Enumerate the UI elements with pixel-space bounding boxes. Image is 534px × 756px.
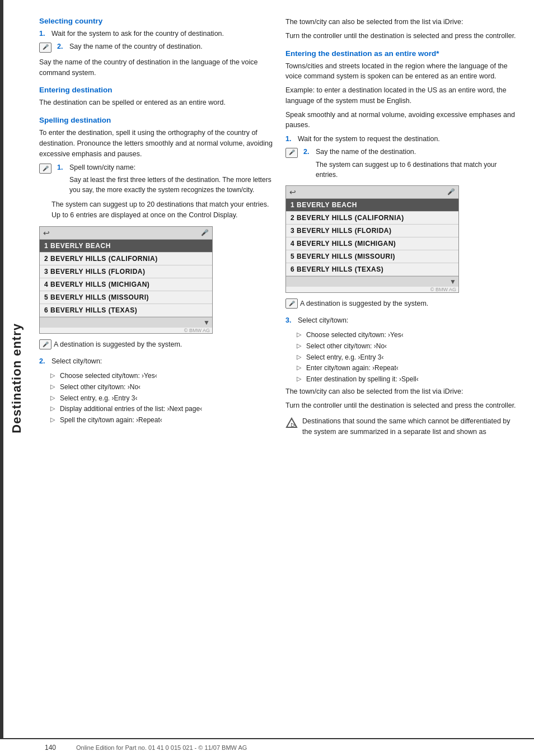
list-item: 3. Select city/town: [285,315,521,326]
sub-list-item: ▷Select entry, e.g. ›Entry 3‹ [50,394,274,403]
sidebar: Destination entry [0,0,34,756]
sub-list-item: ▷Choose selected city/town: ›Yes‹ [297,330,521,340]
nav-right-item-2: 2 BEVERLY HILLS (CALIFORNIA) [286,212,458,225]
voice-icon [39,164,51,174]
list-num: 3. [285,315,296,326]
list-item: 2. Select city/town: [39,356,274,367]
arrow-icon: ▷ [297,330,303,339]
voice-icon-cell [39,41,55,53]
arrow-icon: ▷ [297,375,303,383]
nav-right-item-4: 4 BEVERLY HILLS (MICHIGAN) [286,237,458,250]
entering-destination-para: The destination can be spelled or entere… [39,97,274,108]
spelling-destination-para: To enter the destination, spell it using… [39,128,274,159]
entire-word-p2: Example: to enter a destination located … [285,85,521,106]
nav-display-left: ↩ 🎤 1 BEVERLY BEACH 2 BEVERLY HILLS (CAL… [39,226,213,334]
sub-list-left: ▷Choose selected city/town: ›Yes‹ ▷Selec… [50,371,274,425]
right-intro-p2: Turn the controller until the destinatio… [285,31,521,41]
footer-page: 140 [45,744,67,752]
list-num: 2. [39,356,49,367]
nav-display-right: ↩ 🎤 1 BEVERLY BEACH 2 BEVERLY HILLS (CAL… [285,185,459,293]
spelling-note: The system can suggest up to 20 destinat… [51,199,274,221]
arrow-icon: ▷ [50,416,57,424]
list-num: 1. [57,162,67,173]
sub-list-right: ▷Choose selected city/town: ›Yes‹ ▷Selec… [297,330,521,384]
arrow-icon: ▷ [50,394,57,402]
voice-icon [285,298,298,309]
note-box: ▷ Destinations that sound the same which… [285,416,521,441]
voice-btn-icon: 🎤 [201,229,209,236]
voice-icon [285,148,298,158]
sub-list-item: ▷Spell the city/town again: ›Repeat‹ [50,416,274,425]
voice-icon [39,43,51,53]
voice-icon-cell [285,298,298,309]
destination-suggested-note-right: A destination is suggested by the system… [285,298,521,312]
list-text: Wait for the system to request the desti… [298,134,521,144]
selecting-country-title: Selecting country [39,17,274,25]
spelling-destination-title: Spelling destination [39,116,274,124]
list-num: 1. [285,134,296,144]
voice-icon-cell [39,162,55,174]
entering-destination-title: Entering destination [39,86,274,94]
spelling-note-text: The system can suggest up to 20 destinat… [51,199,274,221]
arrow-icon: ▷ [50,382,57,391]
nav-list-item-4: 4 BEVERLY HILLS (MICHIGAN) [40,278,212,291]
voice-icon-cell [39,339,51,349]
right-outro-p1: The town/city can also be selected from … [285,386,521,397]
back-arrow-icon: ↩ [43,228,50,237]
list-num: 1. [39,29,49,39]
list-text: Select city/town: [298,315,521,326]
footer: 140 Online Edition for Part no. 01 41 0 … [0,738,534,756]
footer-text: Online Edition for Part no. 01 41 0 015 … [76,744,247,751]
nav-list-item-5: 5 BEVERLY HILLS (MISSOURI) [40,291,212,304]
list-item: 2. Say the name of the country of destin… [39,41,274,53]
nav-header-right: ↩ 🎤 [286,186,458,199]
scroll-down-icon: ▼ [203,319,210,326]
img-label-right: © BMW AG [286,287,458,292]
nav-footer: ▼ [40,317,212,328]
destination-suggested-text: A destination is suggested by the system… [54,339,182,350]
nav-list-item-2: 2 BEVERLY HILLS (CALIFORNIA) [40,253,212,265]
sub-list-item: ▷Select entry, e.g. ›Entry 3‹ [297,353,521,362]
nav-right-item-5: 5 BEVERLY HILLS (MISSOURI) [286,250,458,263]
entire-word-p1: Towns/cities and streets located in the … [285,61,521,82]
list-text: Spell town/city name: Say at least the f… [69,162,274,195]
nav-right-item-6: 6 BEVERLY HILLS (TEXAS) [286,263,458,276]
right-outro-p2: Turn the controller until the destinatio… [285,400,521,411]
select-city-list-right: 3. Select city/town: [285,315,521,326]
sub-list-item: ▷Choose selected city/town: ›Yes‹ [50,371,274,381]
nav-right-item-1: 1 BEVERLY BEACH [286,199,458,212]
entering-entire-word-title: Entering the destination as an entire wo… [285,49,521,58]
nav-list-item-3: 3 BEVERLY HILLS (FLORIDA) [40,265,212,278]
arrow-icon: ▷ [297,363,303,372]
page-container: Destination entry Selecting country 1. W… [0,0,534,756]
right-column: The town/city can also be selected from … [285,17,521,745]
list-text: Say the name of the destination. The sys… [316,147,521,180]
list-item: 2. Say the name of the destination. The … [285,147,521,180]
arrow-icon: ▷ [297,342,303,350]
content-area: Selecting country 1. Wait for the system… [34,0,534,756]
list-item: 1. Wait for the system to request the de… [285,134,521,144]
sub-list-item: ▷Display additional entries of the list:… [50,404,274,414]
selecting-country-list: 1. Wait for the system to ask for the co… [39,29,274,53]
voice-btn-icon: 🎤 [447,188,455,195]
img-label: © BMW AG [40,328,212,333]
nav-list-item-6: 6 BEVERLY HILLS (TEXAS) [40,304,212,317]
list-text: Say the name of the country of destina­t… [69,41,274,52]
arrow-icon: ▷ [297,353,303,361]
sub-list-item: ▷Enter destination by spelling it: ›Spel… [297,375,521,384]
voice-icon-cell [285,147,301,158]
sub-list-item: ▷Select other city/town: ›No‹ [50,382,274,392]
select-city-list-left: 2. Select city/town: [39,356,274,367]
arrow-icon: ▷ [50,404,57,413]
sub-list-item: ▷Select other city/town: ›No‹ [297,342,521,351]
sidebar-bar [0,0,3,756]
spelling-list: 1. Spell town/city name: Say at least th… [39,162,274,195]
selecting-country-para: Say the name of the country of destinati… [39,57,274,78]
sidebar-title: Destination entry [10,323,24,433]
scroll-down-icon: ▼ [449,278,456,286]
sub-list-item: ▷Enter city/town again: ›Repeat‹ [297,363,521,373]
entire-word-p3: Speak smoothly and at normal volume, avo… [285,110,521,131]
destination-suggested-text-right: A destination is suggested by the system… [300,298,428,309]
right-intro-p1: The town/city can also be selected from … [285,17,521,27]
svg-text:▷: ▷ [291,422,296,428]
